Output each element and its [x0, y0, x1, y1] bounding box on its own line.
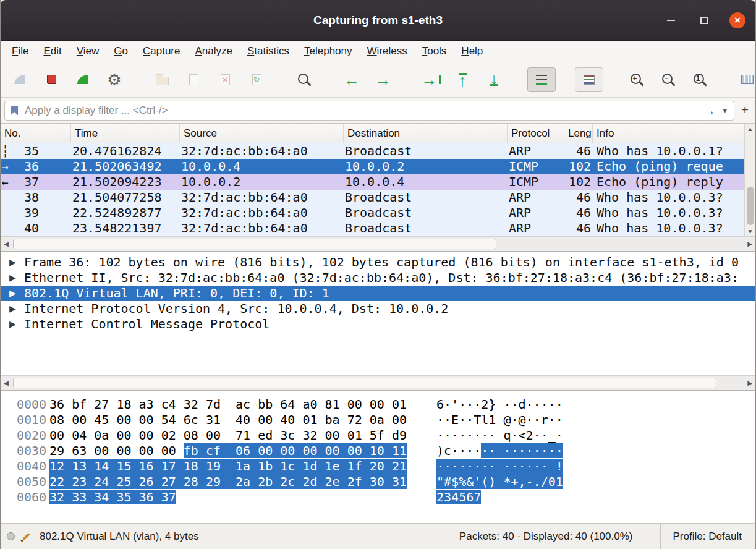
expand-arrow-icon[interactable]: ▶: [9, 255, 24, 270]
menu-analyze[interactable]: Analyze: [187, 43, 239, 60]
zoom-out-button[interactable]: −: [654, 67, 682, 92]
last-packet-button[interactable]: [480, 67, 508, 92]
menu-help[interactable]: Help: [454, 43, 490, 60]
hex-row-0010[interactable]: 001008 00 45 00 00 54 6c 31 40 00 40 01 …: [1, 412, 755, 428]
hscroll-thumb[interactable]: [13, 239, 496, 249]
menu-edit[interactable]: Edit: [36, 43, 69, 60]
packet-row-38[interactable]: 3821.50407725832:7d:ac:bb:64:a0Broadcast…: [1, 190, 744, 205]
packet-row-37[interactable]: ←3721.50209422310.0.0.210.0.0.4ICMP102Ec…: [1, 174, 744, 190]
detail-line-1[interactable]: ▶Ethernet II, Src: 32:7d:ac:bb:64:a0 (32…: [1, 270, 755, 286]
hex-ascii: ··E··Tl1 @·@··r··: [436, 412, 563, 428]
zoom-normal-button[interactable]: 1: [686, 67, 714, 92]
expand-arrow-icon[interactable]: ▶: [9, 270, 24, 286]
column-header-time[interactable]: Time: [71, 124, 180, 143]
menu-telephony[interactable]: Telephony: [297, 43, 360, 60]
goto-packet-button[interactable]: [417, 67, 445, 92]
cell-proto: ARP: [508, 190, 564, 205]
hscroll-thumb[interactable]: [13, 378, 716, 388]
add-filter-button[interactable]: +: [738, 101, 752, 120]
scroll-down-icon[interactable]: ▼: [745, 226, 755, 236]
hex-row-0050[interactable]: 005022 23 24 25 26 27 28 29 2a 2b 2c 2d …: [1, 474, 755, 490]
hex-bytes: 00 04 0a 00 00 02 08 00 71 ed 3c 32 00 0…: [49, 428, 407, 443]
packet-details: ▶Frame 36: 102 bytes on wire (816 bits),…: [1, 252, 755, 375]
column-header-info[interactable]: Info: [593, 124, 744, 143]
capture-options-button[interactable]: [100, 67, 129, 92]
cell-len: 102: [564, 174, 593, 190]
expand-arrow-icon[interactable]: ▶: [9, 317, 24, 332]
detail-line-3[interactable]: ▶Internet Protocol Version 4, Src: 10.0.…: [1, 301, 755, 317]
next-packet-button[interactable]: [369, 67, 397, 92]
status-profile[interactable]: Profile: Default: [660, 524, 752, 549]
filter-apply-icon[interactable]: →: [703, 102, 716, 119]
hex-row-0030[interactable]: 003029 63 00 00 00 00 fb cf 06 00 00 00 …: [1, 443, 755, 459]
zoom-out-symbol: −: [662, 74, 671, 83]
expand-arrow-icon[interactable]: ▶: [9, 301, 24, 317]
packet-list-hscrollbar[interactable]: ◀ ▶: [1, 236, 755, 251]
packet-list-header: No. Time Source Destination Protocol Len…: [1, 124, 744, 143]
detail-line-2[interactable]: ▶802.1Q Virtual LAN, PRI: 0, DEI: 0, ID:…: [1, 286, 755, 301]
hex-offset: 0000: [17, 397, 46, 412]
menu-go[interactable]: Go: [106, 43, 135, 60]
hscroll-track[interactable]: [12, 376, 744, 390]
capture-comment-icon[interactable]: [21, 531, 32, 542]
menu-wireless[interactable]: Wireless: [360, 43, 415, 60]
hex-row-0020[interactable]: 002000 04 0a 00 00 02 08 00 71 ed 3c 32 …: [1, 428, 755, 443]
packet-row-39[interactable]: 3922.52489287732:7d:ac:bb:64:a0Broadcast…: [1, 205, 744, 221]
column-header-protocol[interactable]: Protocol: [508, 124, 564, 143]
cell-no: 35: [14, 143, 39, 159]
first-packet-button[interactable]: [448, 67, 477, 92]
auto-scroll-button[interactable]: [527, 67, 556, 92]
minimize-button[interactable]: [663, 12, 679, 28]
column-header-length[interactable]: Length: [564, 124, 593, 143]
menu-capture[interactable]: Capture: [135, 43, 187, 60]
colorize-packets-button[interactable]: [575, 67, 603, 92]
filter-dropdown-icon[interactable]: ▾: [723, 106, 727, 115]
vscroll-thumb[interactable]: [747, 187, 754, 225]
detail-line-4[interactable]: ▶Internet Control Message Protocol: [1, 317, 755, 332]
menu-tools[interactable]: Tools: [415, 43, 454, 60]
hex-row-0040[interactable]: 004012 13 14 15 16 17 18 19 1a 1b 1c 1d …: [1, 459, 755, 474]
expert-info-icon[interactable]: [7, 532, 15, 540]
detail-line-0[interactable]: ▶Frame 36: 102 bytes on wire (816 bits),…: [1, 255, 755, 270]
prev-packet-button[interactable]: [338, 67, 366, 92]
capture-stop-button[interactable]: [37, 67, 66, 92]
resize-columns-button[interactable]: [733, 67, 756, 92]
close-icon: ×: [734, 15, 741, 25]
scroll-up-icon[interactable]: ▲: [745, 124, 755, 134]
menu-view[interactable]: View: [69, 43, 107, 60]
hex-ascii: 234567: [436, 490, 481, 505]
hex-dump: 000036 bf 27 18 a3 c4 32 7d ac bb 64 a0 …: [1, 397, 755, 505]
cell-len: 46: [564, 221, 593, 236]
display-filter-input[interactable]: [4, 101, 734, 121]
cell-marker: ←: [1, 174, 14, 190]
zoom-in-button[interactable]: +: [622, 67, 651, 92]
hex-row-0000[interactable]: 000036 bf 27 18 a3 c4 32 7d ac bb 64 a0 …: [1, 397, 755, 412]
scroll-left-icon[interactable]: ◀: [1, 237, 12, 251]
column-header-source[interactable]: Source: [180, 124, 344, 143]
scroll-right-icon[interactable]: ▶: [744, 237, 755, 251]
title-bar[interactable]: Capturing from s1-eth3 ×: [1, 0, 755, 41]
packet-row-36[interactable]: →3621.50206349210.0.0.410.0.0.2ICMP102Ec…: [1, 159, 744, 174]
packet-row-35[interactable]: ┆3520.47616282432:7d:ac:bb:64:a0Broadcas…: [1, 143, 744, 159]
close-button[interactable]: ×: [729, 12, 745, 28]
find-packet-button[interactable]: [290, 67, 318, 92]
cell-no: 39: [14, 205, 39, 221]
packet-list-vscrollbar[interactable]: ▲ ▼: [744, 124, 755, 236]
resize-columns-icon: [741, 75, 754, 84]
vscroll-track[interactable]: [745, 134, 755, 226]
details-hscrollbar[interactable]: ◀ ▶: [1, 375, 755, 390]
hex-row-0060[interactable]: 006032 33 34 35 36 37234567: [1, 490, 755, 505]
expand-arrow-icon[interactable]: ▶: [9, 286, 24, 301]
maximize-button[interactable]: [696, 12, 712, 28]
packet-row-40[interactable]: 4023.54822139732:7d:ac:bb:64:a0Broadcast…: [1, 221, 744, 236]
detail-text: Internet Control Message Protocol: [24, 317, 270, 332]
menu-statistics[interactable]: Statistics: [240, 43, 297, 60]
scroll-right-icon[interactable]: ▶: [744, 376, 755, 390]
column-header-no[interactable]: No.: [1, 124, 71, 143]
capture-restart-button[interactable]: [69, 67, 97, 92]
capture-stop-icon: [47, 75, 56, 84]
scroll-left-icon[interactable]: ◀: [1, 376, 12, 390]
column-header-destination[interactable]: Destination: [344, 124, 508, 143]
menu-file[interactable]: File: [4, 43, 36, 60]
hscroll-track[interactable]: [12, 237, 744, 251]
